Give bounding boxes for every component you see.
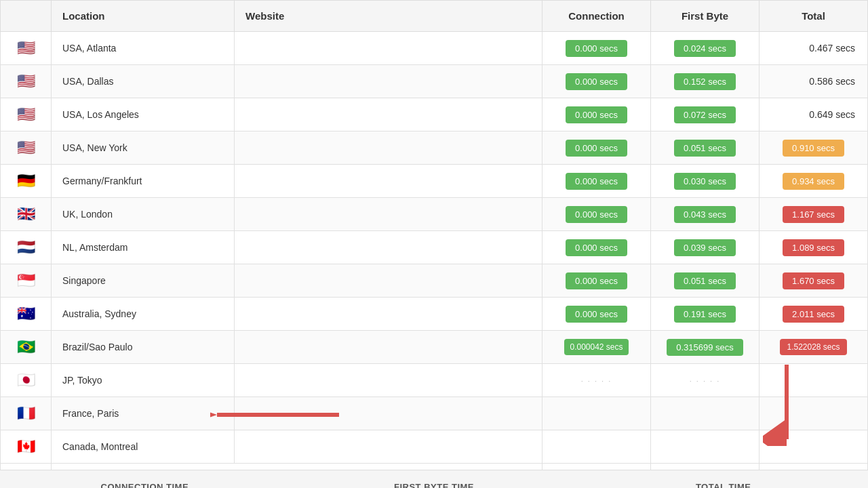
bottom-bar-connection: CONNECTION TIME <box>0 482 290 488</box>
table-row: 🇦🇺Australia, Sydney0.000 secs0.191 secs2… <box>1 298 868 331</box>
flag-cell: 🇫🇷 <box>1 397 52 430</box>
location-cell: NL, Amsterdam <box>52 231 235 264</box>
table-row: 🇬🇧UK, London0.000 secs0.043 secs1.167 se… <box>1 198 868 231</box>
location-cell: Australia, Sydney <box>52 298 235 331</box>
location-cell: USA, Los Angeles <box>52 98 235 131</box>
total-cell: 0.586 secs <box>760 65 868 98</box>
total-cell: 1.167 secs <box>760 198 868 231</box>
total-cell: 1.670 secs <box>760 264 868 298</box>
website-cell <box>235 131 542 165</box>
bottom-bar-firstbyte: FIRST BYTE TIME <box>290 482 579 488</box>
connection-cell <box>542 430 651 464</box>
firstbyte-cell: 0.039 secs <box>651 231 760 264</box>
connection-cell: · · · · · <box>542 364 651 397</box>
table-row: 🇸🇬Singapore0.000 secs0.051 secs1.670 sec… <box>1 264 868 298</box>
total-cell: 2.011 secs <box>760 298 868 331</box>
connection-cell: 0.000 secs <box>542 298 651 331</box>
total-value: 0.649 secs <box>809 109 855 120</box>
website-cell <box>235 364 542 397</box>
firstbyte-cell: 0.072 secs <box>651 98 760 131</box>
flag-cell: 🇬🇧 <box>1 198 52 231</box>
table-row: 🇺🇸USA, Los Angeles0.000 secs0.072 secs0.… <box>1 98 868 131</box>
flag-cell: 🇺🇸 <box>1 131 52 165</box>
connection-cell: 0.000 secs <box>542 231 651 264</box>
flag-cell: 🇨🇦 <box>1 430 52 464</box>
table-row: 🇳🇱NL, Amsterdam0.000 secs0.039 secs1.089… <box>1 231 868 264</box>
website-cell <box>235 264 542 298</box>
total-value: 0.467 secs <box>809 43 855 54</box>
total-badge-red: 2.011 secs <box>783 306 844 323</box>
partial-indicator: · · · · · <box>581 377 612 385</box>
firstbyte-cell <box>651 430 760 464</box>
connection-cell: 0.000042 secs <box>542 331 651 364</box>
table-row: 🇯🇵JP, Tokyo· · · · ·· · · · · <box>1 364 868 397</box>
location-cell: Singapore <box>52 264 235 298</box>
website-cell <box>235 65 542 98</box>
arrow-left-annotation <box>210 396 339 434</box>
website-cell <box>235 231 542 264</box>
firstbyte-cell: · · · · · <box>651 364 760 397</box>
firstbyte-cell: 0.191 secs <box>651 298 760 331</box>
table-row: 🇫🇷France, Paris <box>1 397 868 430</box>
connection-cell: 0.000 secs <box>542 198 651 231</box>
table-row: 🇧🇷Brazil/Sao Paulo0.000042 secs0.315699 … <box>1 331 868 364</box>
results-table: Location Website Connection First Byte T… <box>0 0 868 488</box>
website-cell <box>235 98 542 131</box>
total-cell: 1.089 secs <box>760 231 868 264</box>
location-cell: Germany/Frankfurt <box>52 165 235 198</box>
connection-cell: 0.000 secs <box>542 131 651 165</box>
table-row: 🇩🇪Germany/Frankfurt0.000 secs0.030 secs0… <box>1 165 868 198</box>
col-header-website: Website <box>235 1 542 32</box>
total-cell: 0.649 secs <box>760 98 868 131</box>
connection-cell: 0.000 secs <box>542 65 651 98</box>
website-cell <box>235 298 542 331</box>
connection-cell <box>542 397 651 430</box>
table-row: 🇺🇸USA, Dallas0.000 secs0.152 secs0.586 s… <box>1 65 868 98</box>
website-cell <box>235 331 542 364</box>
total-badge-red-lg: 1.522028 secs <box>780 339 846 355</box>
firstbyte-cell: 0.152 secs <box>651 65 760 98</box>
firstbyte-cell: 0.024 secs <box>651 32 760 65</box>
col-header-flag <box>1 1 52 32</box>
connection-cell: 0.000 secs <box>542 264 651 298</box>
col-header-connection: Connection <box>542 1 651 32</box>
location-cell: USA, Dallas <box>52 65 235 98</box>
total-cell: 0.467 secs <box>760 32 868 65</box>
flag-cell: 🇳🇱 <box>1 231 52 264</box>
connection-cell: 0.000 secs <box>542 98 651 131</box>
total-badge-red: 1.089 secs <box>783 239 844 256</box>
website-cell <box>235 32 542 65</box>
firstbyte-cell <box>651 397 760 430</box>
firstbyte-cell: 0.051 secs <box>651 131 760 165</box>
location-cell: Brazil/Sao Paulo <box>52 331 235 364</box>
location-cell: France, Paris <box>52 397 235 430</box>
total-cell: 1.522028 secs <box>760 331 868 364</box>
flag-cell: 🇯🇵 <box>1 364 52 397</box>
flag-cell: 🇺🇸 <box>1 32 52 65</box>
partial-indicator: · · · · · <box>690 377 721 385</box>
flag-cell: 🇺🇸 <box>1 65 52 98</box>
table-row: 🇺🇸USA, Atlanta0.000 secs0.024 secs0.467 … <box>1 32 868 65</box>
firstbyte-cell: 0.315699 secs <box>651 331 760 364</box>
firstbyte-cell: 0.051 secs <box>651 264 760 298</box>
website-cell <box>235 165 542 198</box>
flag-cell: 🇸🇬 <box>1 264 52 298</box>
connection-cell: 0.000 secs <box>542 32 651 65</box>
total-cell: 0.910 secs <box>760 131 868 165</box>
location-cell: USA, Atlanta <box>52 32 235 65</box>
flag-cell: 🇧🇷 <box>1 331 52 364</box>
website-cell <box>235 198 542 231</box>
total-value: 0.586 secs <box>809 76 855 87</box>
total-badge-red: 1.167 secs <box>783 206 844 223</box>
location-cell: USA, New York <box>52 131 235 165</box>
total-badge-red: 1.670 secs <box>783 272 844 289</box>
website-cell <box>235 430 542 464</box>
location-cell: UK, London <box>52 198 235 231</box>
total-badge-orange: 0.910 secs <box>783 140 844 157</box>
flag-cell: 🇩🇪 <box>1 165 52 198</box>
total-cell: 0.934 secs <box>760 165 868 198</box>
table-row: 🇨🇦Canada, Montreal <box>1 430 868 464</box>
page-wrapper: Location Website Connection First Byte T… <box>0 0 868 488</box>
location-cell: JP, Tokyo <box>52 364 235 397</box>
table-row: 🇺🇸USA, New York0.000 secs0.051 secs0.910… <box>1 131 868 165</box>
